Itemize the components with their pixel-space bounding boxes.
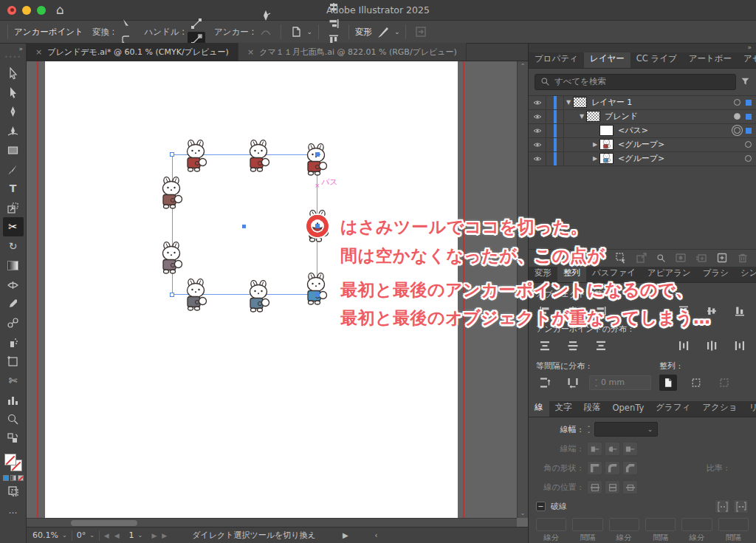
layer-thumbnail[interactable] <box>599 153 614 164</box>
hide-handles-button[interactable] <box>188 16 205 32</box>
scroll-down-icon[interactable]: ⌄ <box>520 510 526 516</box>
close-icon[interactable]: × <box>247 47 254 57</box>
rectangle-tool[interactable] <box>3 140 24 160</box>
target-circle-icon[interactable] <box>734 127 740 134</box>
cap-butt-button[interactable] <box>587 442 602 456</box>
align-bottom-button[interactable] <box>731 303 749 319</box>
blend-object-2[interactable] <box>244 139 273 173</box>
shape-properties-button[interactable] <box>375 24 393 40</box>
layer-row[interactable]: ▶ <グループ> <box>529 138 756 152</box>
width-tool[interactable] <box>3 275 24 294</box>
dash-value-input[interactable] <box>718 518 749 531</box>
scissors-tool[interactable]: ✂ <box>3 217 24 236</box>
chevron-right-icon[interactable]: ▶ <box>591 141 599 148</box>
tab-opentype[interactable]: OpenTy <box>607 401 650 417</box>
align-right-button[interactable] <box>325 16 343 32</box>
layer-row[interactable]: ▼ ブレンド <box>529 110 756 124</box>
blend-center-point[interactable] <box>242 225 246 228</box>
blend-object-7[interactable] <box>181 278 210 312</box>
layer-name[interactable]: ブレンド <box>605 111 638 122</box>
isolate-mode-button[interactable] <box>412 24 430 40</box>
stroke-center-button[interactable] <box>587 480 602 494</box>
rotate-view-tool[interactable]: ↻ <box>3 236 24 256</box>
make-mask-icon[interactable] <box>675 252 687 264</box>
stroke-weight-select[interactable]: ⌄ <box>594 422 658 437</box>
selection-column[interactable] <box>546 96 564 109</box>
corner-miter-button[interactable] <box>587 461 602 475</box>
selection-column[interactable] <box>546 138 564 151</box>
dist-vcenter-button[interactable] <box>564 338 582 354</box>
target-circle-icon[interactable] <box>734 99 740 106</box>
selection-indicator[interactable] <box>746 100 752 106</box>
tab-properties[interactable]: プロパティ <box>529 52 584 68</box>
cap-round-button[interactable] <box>605 442 620 456</box>
layer-name[interactable]: レイヤー 1 <box>591 97 632 108</box>
fill-stroke-indicator[interactable] <box>4 454 22 471</box>
selection-column[interactable] <box>546 152 564 165</box>
zoom-button[interactable] <box>37 6 46 15</box>
align-to-selection-button[interactable] <box>687 375 705 391</box>
visibility-eye-icon[interactable] <box>529 138 546 151</box>
draw-modes-button[interactable] <box>3 485 24 498</box>
layers-search-input[interactable]: すべてを検索 <box>535 74 736 90</box>
next-artboard-buttons[interactable]: ▶ ▶ <box>152 532 169 539</box>
stroke-inside-button[interactable] <box>605 480 620 494</box>
pen-tool[interactable] <box>3 102 24 121</box>
collapse-dock-button[interactable]: » <box>529 44 756 52</box>
space-v-button[interactable] <box>536 375 554 391</box>
stroke-outside-button[interactable] <box>622 480 638 494</box>
visibility-eye-icon[interactable] <box>529 96 546 109</box>
artboard-navigation[interactable]: 1 ⌄ <box>126 530 148 541</box>
none-button[interactable] <box>18 475 24 481</box>
eyedropper-tool[interactable] <box>3 294 24 313</box>
collect-for-export-icon[interactable] <box>615 252 627 264</box>
dist-right-button[interactable] <box>731 338 749 354</box>
transform-link[interactable]: 変形 <box>355 27 372 38</box>
close-icon[interactable]: × <box>35 47 42 57</box>
dist-left-button[interactable] <box>675 338 693 354</box>
tab-paragraph[interactable]: 段落 <box>578 401 607 417</box>
blend-object-1[interactable] <box>181 139 210 173</box>
new-layer-icon[interactable] <box>716 252 728 264</box>
type-tool[interactable]: T <box>3 179 24 198</box>
dash-align-button[interactable] <box>733 499 749 513</box>
chevron-right-icon[interactable]: ▶ <box>591 155 599 162</box>
dist-bottom-button[interactable] <box>592 338 610 354</box>
anchor-point[interactable] <box>170 293 174 297</box>
tab-actions[interactable]: アクショ <box>696 401 743 417</box>
blend-object-3[interactable] <box>301 143 331 177</box>
graph-tool[interactable] <box>3 390 24 409</box>
doc-tab-inactive[interactable]: × クマ１１月七面鳥.ai @ 822.01 % (RGB/プレビュー) <box>238 43 467 61</box>
back-icon[interactable]: ‹ <box>375 531 378 539</box>
rotation-control[interactable]: 0° ⌄ <box>77 530 94 540</box>
convert-anchor-button[interactable] <box>257 7 275 24</box>
layer-thumbnail[interactable] <box>599 125 614 136</box>
layer-name[interactable]: <パス> <box>618 125 648 136</box>
tab-brushes[interactable]: ブラシ <box>697 267 735 282</box>
target-circle-icon[interactable] <box>734 113 740 120</box>
align-center-h-button[interactable] <box>325 0 343 16</box>
doc-tab-active[interactable]: × ブレンドデモ.ai* @ 60.1 % (CMYK/プレビュー) <box>27 43 238 61</box>
fill-swatch[interactable] <box>4 454 16 465</box>
tab-cc-libraries[interactable]: CC ライブ <box>630 52 683 68</box>
blend-object-9[interactable] <box>301 272 331 306</box>
tab-layers[interactable]: レイヤー <box>584 52 630 68</box>
corner-round-button[interactable] <box>605 461 620 475</box>
dist-top-button[interactable] <box>536 338 554 354</box>
align-to-artboard-button[interactable] <box>659 375 677 391</box>
tab-assets[interactable]: アセットの <box>738 52 756 68</box>
dash-value-input[interactable] <box>681 518 712 531</box>
selection-tool[interactable] <box>3 64 24 83</box>
selection-column[interactable] <box>546 124 564 137</box>
visibility-eye-icon[interactable] <box>529 110 546 123</box>
play-icon[interactable]: ▶ <box>343 531 348 539</box>
scroll-thumb[interactable] <box>71 520 137 526</box>
layer-row[interactable]: ▶ <グループ> <box>529 152 756 166</box>
zoom-control[interactable]: 60.1% ⌄ <box>32 530 67 540</box>
paintbrush-tool[interactable] <box>3 160 24 179</box>
blend-object-4[interactable] <box>157 176 186 210</box>
chevron-down-icon[interactable]: ▼ <box>564 99 573 106</box>
cap-square-button[interactable] <box>622 442 638 456</box>
document-options-button[interactable] <box>287 24 305 40</box>
space-h-button[interactable] <box>564 375 582 391</box>
